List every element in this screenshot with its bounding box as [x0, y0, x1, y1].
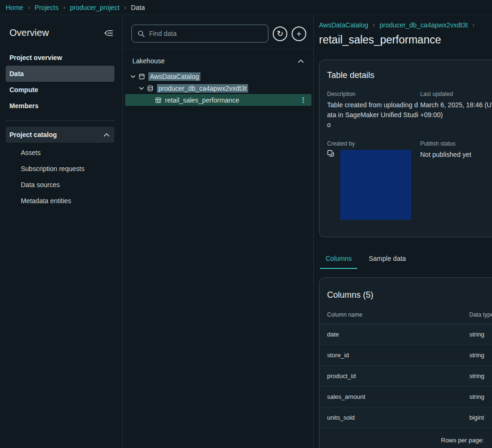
sidebar-item-label: Members [9, 102, 38, 110]
table-detail-panel: AwsDataCatalog › producer_db_ca4apwx2vxd… [314, 15, 492, 448]
last-updated-value: March 6, 2025, 18:46 (UTC +09:00) [420, 100, 492, 120]
breadcrumb-data-current: Data [131, 4, 145, 11]
publish-status-field: Publish status Not published yet [420, 140, 492, 220]
data-type-cell: string [462, 366, 492, 387]
table-row: store_id string [319, 345, 492, 366]
tree-node-label: AwsDataCatalog [148, 72, 200, 81]
column-name-cell: sales_amount [319, 387, 462, 407]
sidebar-item-data-sources[interactable]: Data sources [0, 177, 122, 193]
add-data-button[interactable]: + [292, 26, 306, 41]
sidebar-item-label: Data sources [21, 181, 60, 189]
chevron-down-icon[interactable] [130, 75, 136, 78]
sidebar-item-label: Subscription requests [21, 165, 85, 172]
project-sidebar: Overview Project overview Data Compute [0, 15, 123, 448]
sidebar-title: Overview [9, 27, 49, 38]
rows-per-page-label: Rows per page: [441, 437, 492, 444]
table-row: units_sold bigint [319, 407, 492, 428]
tree-node-retail-sales-performance[interactable]: retail_sales_performance ⋮ [125, 94, 311, 106]
created-by-field: Created by [327, 140, 420, 220]
table-row: date string [319, 324, 492, 345]
table-details-heading: Table details [327, 70, 492, 80]
tree-node-label: producer_db_ca4apwx2vxdt3t [157, 84, 248, 93]
section-label: Lakehouse [132, 57, 165, 65]
column-name-cell: store_id [319, 345, 462, 366]
breadcrumb-separator-icon: › [28, 4, 30, 11]
search-icon [138, 30, 145, 38]
description-label: Description [327, 91, 420, 97]
plus-icon: + [297, 30, 302, 38]
breadcrumb-bar: Home › Projects › producer_project › Dat… [0, 0, 492, 15]
data-explorer-panel: ↻ + Lakehouse [123, 15, 314, 448]
sidebar-item-project-overview[interactable]: Project overview [6, 50, 114, 66]
description-field: Description Table created from uploading… [327, 91, 420, 130]
sidebar-item-members[interactable]: Members [6, 98, 114, 114]
table-details-card: Table details Description Table created … [319, 60, 492, 237]
sidebar-item-subscription-requests[interactable]: Subscription requests [0, 161, 122, 177]
data-type-cell: string [462, 324, 492, 345]
detail-tabs: Columns Sample data [320, 250, 492, 269]
sidebar-divider [6, 121, 114, 121]
detail-breadcrumb-catalog[interactable]: AwsDataCatalog [319, 21, 368, 29]
tab-sample-data[interactable]: Sample data [363, 250, 412, 269]
row-actions-menu-icon[interactable]: ⋮ [300, 96, 307, 104]
chevron-up-icon [104, 133, 110, 137]
copy-button[interactable] [327, 150, 334, 157]
table-row: sales_amount string [319, 387, 492, 407]
description-value: Table created from uploading data in Sag… [327, 100, 418, 130]
table-row: product_id string [319, 366, 492, 387]
breadcrumb-separator-icon: › [63, 4, 65, 11]
data-type-cell: string [462, 387, 492, 407]
tree-node-label: retail_sales_performance [165, 96, 239, 104]
search-box [131, 25, 268, 43]
column-name-cell: product_id [319, 366, 462, 387]
breadcrumb-separator-icon: › [473, 22, 475, 28]
columns-table-header-row: Column name Data type [319, 311, 492, 324]
sidebar-nav: Project overview Data Compute Members Pr… [0, 50, 122, 209]
copy-icon [327, 150, 334, 157]
columns-card: Columns (5) Column name Data type date s… [319, 277, 492, 448]
detail-breadcrumb: AwsDataCatalog › producer_db_ca4apwx2vxd… [319, 21, 492, 29]
sidebar-item-label: Metadata entities [21, 197, 71, 205]
created-by-label: Created by [327, 140, 420, 147]
app-window: Home › Projects › producer_project › Dat… [0, 0, 492, 448]
sidebar-item-label: Project overview [9, 54, 62, 61]
data-type-cell: string [462, 345, 492, 366]
refresh-button[interactable]: ↻ [273, 26, 287, 41]
breadcrumb-producer-project[interactable]: producer_project [70, 4, 120, 11]
tree-node-awsdatacatalog[interactable]: AwsDataCatalog [123, 70, 313, 82]
sidebar-item-data[interactable]: Data [6, 66, 114, 82]
publish-status-label: Publish status [420, 140, 492, 147]
page-title: retail_sales_performance [319, 34, 492, 46]
lakehouse-section-header[interactable]: Lakehouse [123, 50, 313, 69]
catalog-tree: AwsDataCatalog producer_db_ca4apwx2vxdt3… [123, 69, 313, 106]
created-by-user-block [340, 150, 411, 220]
tree-node-producer-db[interactable]: producer_db_ca4apwx2vxdt3t [123, 82, 313, 94]
catalog-icon [138, 73, 145, 80]
breadcrumb-projects[interactable]: Projects [35, 4, 59, 11]
sidebar-item-label: Compute [9, 86, 38, 94]
column-name-cell: date [319, 324, 462, 345]
publish-status-value: Not published yet [420, 150, 492, 160]
detail-breadcrumb-database[interactable]: producer_db_ca4apwx2vxdt3t [380, 21, 468, 29]
breadcrumb-separator-icon: › [373, 22, 375, 28]
column-name-cell: units_sold [319, 407, 462, 428]
sidebar-section-label: Project catalog [9, 131, 57, 138]
chevron-down-icon[interactable] [139, 86, 144, 90]
sidebar-item-assets[interactable]: Assets [0, 145, 122, 161]
collapse-sidebar-button[interactable] [104, 30, 113, 36]
sidebar-item-label: Data [9, 70, 24, 78]
columns-table: Column name Data type date string store_… [319, 311, 492, 428]
database-icon [147, 85, 154, 92]
sidebar-section-project-catalog[interactable]: Project catalog [6, 127, 114, 143]
tab-columns[interactable]: Columns [320, 250, 357, 269]
breadcrumb-home[interactable]: Home [6, 4, 23, 11]
last-updated-label: Last updated [420, 91, 492, 97]
column-name-header: Column name [319, 311, 462, 324]
table-icon [155, 97, 162, 103]
sidebar-item-metadata-entities[interactable]: Metadata entities [0, 193, 122, 209]
last-updated-field: Last updated March 6, 2025, 18:46 (UTC +… [420, 91, 492, 130]
sidebar-item-compute[interactable]: Compute [6, 82, 114, 98]
collapse-panel-icon [104, 30, 113, 36]
chevron-up-icon [298, 59, 304, 63]
search-input[interactable] [149, 30, 262, 37]
